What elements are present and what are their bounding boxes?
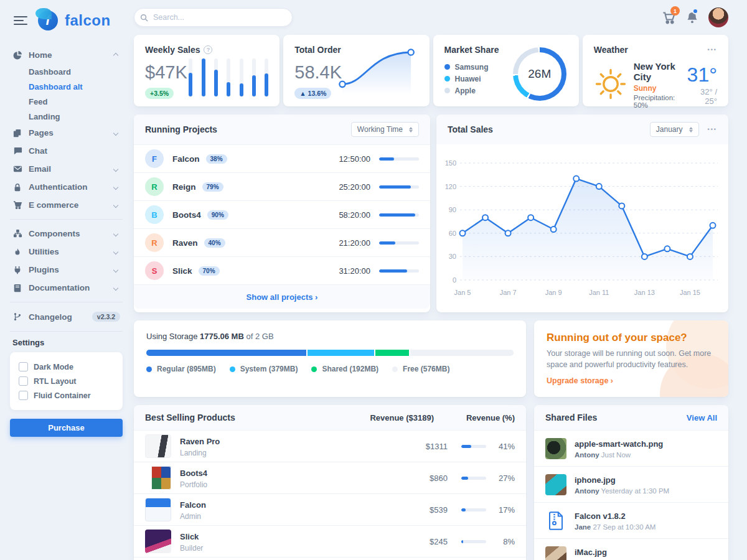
sidebar-item-label: Home — [29, 50, 108, 60]
legend-dot — [230, 366, 235, 372]
product-thumbnail — [145, 498, 171, 521]
upgrade-storage-link[interactable]: Upgrade storage › — [547, 376, 613, 385]
svg-text:120: 120 — [445, 183, 456, 190]
progress-bar — [379, 185, 419, 189]
table-row[interactable]: Slick Builder $245 8% — [134, 525, 526, 557]
table-row[interactable]: Raven Pro Landing $1311 41% — [134, 430, 526, 462]
search-input[interactable] — [134, 8, 293, 27]
weather-condition: Sunny — [634, 84, 681, 93]
avatar[interactable] — [708, 7, 728, 27]
hamburger-menu-icon[interactable] — [14, 14, 27, 27]
select-value: Working Time — [357, 125, 403, 134]
checkbox[interactable] — [19, 376, 28, 386]
help-icon[interactable]: ? — [204, 45, 212, 54]
chevron-down-icon — [113, 285, 118, 290]
product-name: Boots4 — [180, 469, 207, 478]
storage-promo-card: Running out of your space? Your storage … — [534, 320, 728, 397]
progress-bar — [379, 157, 419, 161]
sidebar-item-dashboard[interactable]: Dashboard — [10, 64, 123, 79]
product-category: Admin — [180, 512, 206, 521]
legend-label: System (379MB) — [240, 365, 298, 373]
notifications-button[interactable] — [686, 11, 698, 24]
market-share-donut: 26M — [513, 47, 566, 101]
weekly-sales-badge: +3.5% — [145, 88, 174, 99]
project-name: Reign — [172, 182, 196, 192]
sidebar-item-changelog[interactable]: Changelog v2.3.2 — [10, 307, 123, 326]
file-thumbnail — [545, 474, 566, 495]
sidebar-item-components[interactable]: Components — [10, 225, 123, 243]
table-row[interactable]: Boots4 Portfolio $860 27% — [134, 462, 526, 493]
project-name: Falcon — [172, 154, 200, 164]
sidebar-item-documentation[interactable]: Documentation — [10, 279, 123, 297]
chevron-down-icon — [113, 184, 118, 189]
project-row[interactable]: R Raven 40% 21:20:00 — [134, 228, 430, 256]
legend-label: Free (576MB) — [403, 365, 449, 373]
legend-dot — [444, 64, 450, 70]
table-row[interactable]: Falcon Admin $539 17% — [134, 493, 526, 525]
table-row-partial[interactable] — [134, 557, 526, 560]
show-all-projects-link[interactable]: Show all projects › — [247, 292, 318, 302]
project-row[interactable]: R Reign 79% 25:20:00 — [134, 172, 430, 200]
sidebar-item-chat[interactable]: Chat — [10, 142, 123, 160]
working-time-select[interactable]: Working Time — [351, 122, 419, 137]
month-select[interactable]: January — [650, 122, 699, 137]
file-time: Yesterday at 1:30 PM — [601, 487, 670, 495]
view-all-link[interactable]: View All — [687, 413, 717, 422]
product-thumbnail — [145, 530, 171, 553]
sort-arrows-icon — [409, 127, 413, 133]
brand-name: falcon — [65, 12, 111, 29]
chevron-down-icon — [113, 202, 118, 207]
sidebar-item-home[interactable]: Home — [10, 46, 123, 64]
file-name: apple-smart-watch.png — [575, 439, 663, 449]
sidebar-item-dashboard-alt[interactable]: Dashboard alt — [10, 79, 123, 94]
list-item[interactable]: iphone.jpg Antony Yesterday at 1:30 PM — [534, 466, 728, 502]
ellipsis-menu[interactable]: ••• — [708, 47, 717, 53]
divider — [10, 331, 123, 332]
product-revenue-pct: 8% — [486, 537, 515, 546]
weather-city: New York City — [634, 61, 681, 82]
code-branch-icon — [12, 312, 22, 321]
ellipsis-menu[interactable]: ••• — [708, 126, 717, 133]
sidebar-item-feed[interactable]: Feed — [10, 94, 123, 109]
sidebar-item-ecommerce[interactable]: E commerce — [10, 196, 123, 214]
file-name: iphone.jpg — [575, 475, 616, 485]
envelope-icon — [12, 164, 22, 174]
product-revenue: $539 — [392, 505, 448, 515]
sidebar-item-email[interactable]: Email — [10, 160, 123, 178]
product-revenue-pct: 41% — [486, 442, 515, 451]
checkbox[interactable] — [19, 391, 28, 400]
chevron-down-icon — [113, 130, 118, 135]
file-name: iMac.jpg — [575, 548, 607, 557]
project-row[interactable]: F Falcon 38% 12:50:00 — [134, 144, 430, 172]
list-item[interactable]: apple-smart-watch.png Antony Just Now — [534, 430, 728, 466]
file-user: Antony — [575, 451, 599, 459]
checkbox[interactable] — [19, 362, 28, 371]
plug-icon — [12, 266, 22, 274]
sidebar-item-landing[interactable]: Landing — [10, 109, 123, 124]
middle-row: Running Projects Working Time F Falcon 3… — [134, 114, 728, 312]
sidebar-item-pages[interactable]: Pages — [10, 124, 123, 142]
project-time: 58:20:00 — [339, 210, 370, 220]
sidebar-item-utilities[interactable]: Utilities — [10, 243, 123, 261]
svg-text:Jan 15: Jan 15 — [680, 289, 700, 296]
list-item[interactable]: iMac.jpg Rowen 23 Sep at 6:10 PM — [534, 538, 728, 560]
project-time: 12:50:00 — [339, 154, 370, 164]
fluid-container-toggle[interactable]: Fluid Container — [19, 388, 114, 403]
cart-button[interactable]: 1 — [662, 11, 676, 24]
project-avatar: F — [145, 149, 164, 168]
brand-logo[interactable]: f falcon — [36, 9, 111, 32]
product-name: Raven Pro — [180, 437, 220, 446]
legend-label: Regular (895MB) — [157, 365, 216, 373]
legend-dot — [392, 366, 398, 372]
sidebar-item-plugins[interactable]: Plugins — [10, 261, 123, 279]
project-time: 21:20:00 — [339, 238, 370, 248]
product-revenue-pct: 27% — [486, 474, 515, 483]
dark-mode-toggle[interactable]: Dark Mode — [19, 360, 114, 374]
project-row[interactable]: S Slick 70% 31:20:00 — [134, 256, 430, 284]
list-item[interactable]: Falcon v1.8.2 Jane 27 Sep at 10:30 AM — [534, 502, 728, 538]
project-row[interactable]: B Boots4 90% 58:20:00 — [134, 200, 430, 228]
purchase-button[interactable]: Purchase — [10, 419, 123, 437]
sidebar-item-authentication[interactable]: Authentication — [10, 178, 123, 196]
progress-bar — [461, 508, 486, 511]
rtl-layout-toggle[interactable]: RTL Layout — [19, 374, 114, 388]
